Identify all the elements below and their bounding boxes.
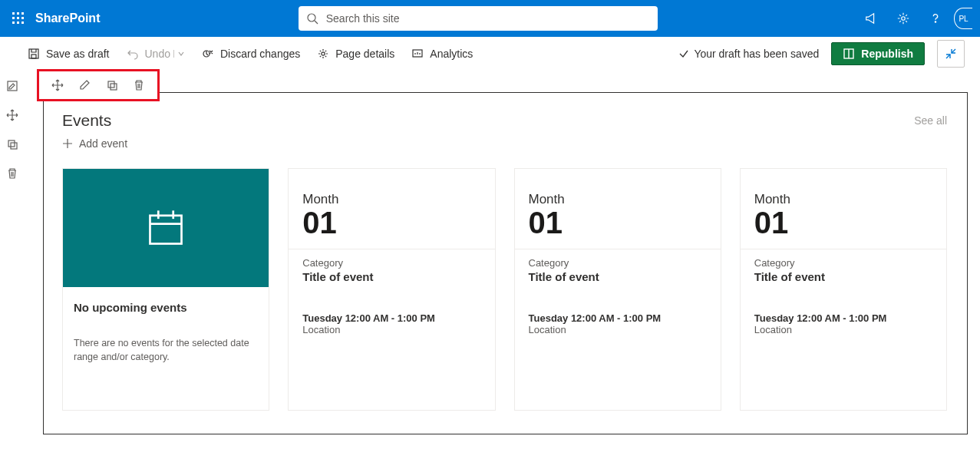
event-title: Title of event [302, 270, 480, 283]
svg-rect-25 [150, 216, 182, 244]
undo-button[interactable]: Undo [127, 48, 185, 60]
megaphone-icon[interactable] [856, 0, 886, 37]
event-category: Category [302, 257, 480, 269]
no-events-card: No upcoming events There are no events f… [62, 168, 269, 411]
webpart-toolbar-highlight [37, 69, 160, 101]
svg-rect-22 [11, 143, 17, 149]
event-location: Location [529, 324, 707, 335]
events-cards-row: No upcoming events There are no events f… [62, 168, 947, 411]
svg-rect-14 [31, 54, 36, 58]
undo-label: Undo [145, 48, 170, 60]
edit-webpart-icon[interactable] [74, 74, 95, 96]
analytics-button[interactable]: Analytics [411, 48, 473, 60]
delete-section-icon[interactable] [3, 164, 21, 183]
webpart-title: Events [62, 111, 111, 130]
svg-rect-23 [108, 81, 114, 88]
duplicate-section-icon[interactable] [3, 135, 21, 154]
search-box[interactable] [299, 6, 658, 31]
event-month: Month [754, 192, 932, 207]
undo-chevron-icon[interactable] [173, 50, 185, 58]
svg-rect-6 [12, 21, 15, 24]
suite-bar: SharePoint PL [0, 0, 980, 37]
search-input[interactable] [326, 12, 650, 25]
svg-rect-0 [12, 12, 15, 15]
event-month: Month [302, 192, 480, 207]
republish-button[interactable]: Republish [831, 42, 925, 65]
draft-saved-status: Your draft has been saved [678, 48, 819, 60]
event-time: Tuesday 12:00 AM - 1:00 PM [754, 312, 932, 324]
republish-icon [843, 48, 855, 60]
event-card[interactable]: Month 01 Category Title of event Tuesday… [740, 168, 947, 411]
event-time: Tuesday 12:00 AM - 1:00 PM [302, 312, 480, 324]
help-icon[interactable] [920, 0, 951, 37]
svg-rect-8 [21, 21, 24, 24]
avatar[interactable]: PL [952, 0, 974, 37]
command-bar: Save as draft Undo Discard changes Page … [0, 37, 980, 71]
event-title: Title of event [529, 270, 707, 283]
save-icon [28, 48, 40, 60]
check-icon [678, 48, 689, 59]
duplicate-webpart-icon[interactable] [101, 74, 123, 96]
svg-rect-24 [111, 84, 117, 90]
event-day: 01 [754, 207, 932, 238]
discard-button[interactable]: Discard changes [202, 48, 300, 60]
event-time: Tuesday 12:00 AM - 1:00 PM [529, 312, 707, 324]
event-location: Location [302, 324, 480, 335]
svg-rect-5 [21, 17, 24, 19]
svg-rect-2 [21, 12, 24, 15]
analytics-icon [411, 48, 424, 60]
undo-icon [127, 48, 139, 60]
event-card[interactable]: Month 01 Category Title of event Tuesday… [514, 168, 721, 411]
search-icon [306, 12, 318, 25]
svg-point-12 [935, 21, 935, 22]
page-details-button[interactable]: Page details [317, 48, 394, 60]
save-draft-button[interactable]: Save as draft [28, 48, 110, 60]
saved-status-label: Your draft has been saved [694, 48, 819, 60]
app-launcher-icon[interactable] [6, 6, 31, 31]
events-webpart: Events See all Add event No upcoming eve… [43, 92, 968, 434]
svg-rect-1 [17, 12, 19, 15]
delete-webpart-icon[interactable] [128, 74, 150, 96]
section-edit-rail [3, 77, 21, 183]
no-events-heading: No upcoming events [74, 301, 258, 314]
gear-icon [317, 48, 329, 60]
event-category: Category [529, 257, 707, 269]
republish-label: Republish [861, 48, 913, 60]
svg-point-16 [322, 52, 325, 55]
analytics-label: Analytics [430, 48, 473, 60]
svg-rect-4 [17, 17, 19, 19]
page-details-label: Page details [335, 48, 394, 60]
collapse-icon [945, 48, 957, 60]
event-category: Category [754, 257, 932, 269]
svg-rect-3 [12, 17, 15, 19]
svg-point-11 [902, 17, 906, 21]
svg-rect-7 [17, 21, 19, 24]
add-event-label: Add event [79, 137, 127, 150]
discard-icon [202, 48, 214, 60]
move-webpart-icon[interactable] [47, 74, 68, 96]
no-events-body: There are no events for the selected dat… [74, 337, 258, 364]
brand-label[interactable]: SharePoint [35, 12, 100, 25]
settings-icon[interactable] [888, 0, 919, 37]
see-all-link[interactable]: See all [914, 114, 947, 127]
event-day: 01 [302, 207, 480, 238]
event-title: Title of event [754, 270, 932, 283]
calendar-hero [63, 169, 269, 287]
svg-point-9 [308, 14, 315, 21]
avatar-initials: PL [954, 8, 972, 29]
add-event-button[interactable]: Add event [62, 137, 947, 150]
svg-rect-21 [8, 140, 15, 147]
plus-icon [62, 138, 73, 149]
svg-line-10 [315, 21, 318, 24]
event-card[interactable]: Month 01 Category Title of event Tuesday… [288, 168, 495, 411]
collapse-button[interactable] [937, 40, 965, 68]
svg-rect-13 [29, 49, 38, 58]
event-day: 01 [529, 207, 707, 238]
move-section-icon[interactable] [3, 106, 21, 124]
save-draft-label: Save as draft [46, 48, 110, 60]
event-month: Month [529, 192, 707, 207]
discard-label: Discard changes [220, 48, 300, 60]
calendar-icon [145, 207, 186, 249]
edit-section-icon[interactable] [3, 77, 21, 95]
event-location: Location [754, 324, 932, 335]
